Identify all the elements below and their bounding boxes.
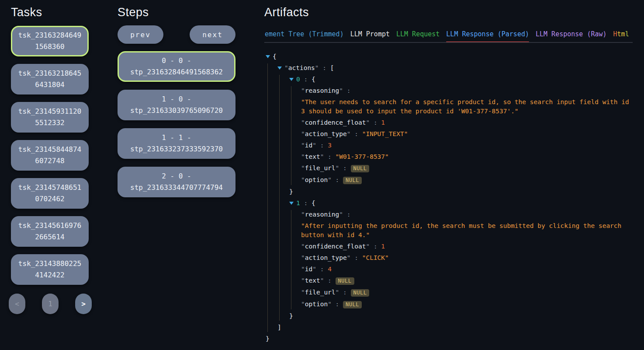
json-key-quote: ": [301, 153, 305, 160]
json-null-badge: NULL: [351, 289, 370, 297]
steps-next-button[interactable]: next: [190, 25, 235, 44]
json-key-quote: ": [301, 243, 305, 250]
tab-element-tree-trimmed[interactable]: Element Tree (Trimmed): [264, 30, 344, 42]
step-button[interactable]: 1 - 0 - stp_231633039765096720: [118, 90, 235, 120]
pagination-prev-button[interactable]: <: [9, 294, 25, 314]
json-key-quote: ": [366, 243, 370, 250]
json-key: "reasoning": [301, 211, 343, 218]
json-punctuation: }: [289, 188, 293, 195]
json-string-value: "W01-377-8537": [336, 153, 389, 160]
step-button[interactable]: 1 - 1 - stp_231633237333592370: [118, 128, 235, 159]
json-row: "id" : 3: [301, 141, 633, 150]
json-row: "text" : NULL: [301, 276, 633, 286]
json-key-quote: ": [339, 211, 343, 218]
task-button[interactable]: tsk_231459311205512332: [11, 102, 89, 133]
json-key: "file_url": [301, 289, 339, 296]
json-key-name: reasoning: [305, 211, 339, 218]
json-key-quote: ": [301, 254, 305, 261]
json-key-name: id: [305, 142, 312, 149]
task-button[interactable]: tsk_231632846491568360: [11, 26, 89, 56]
collapse-triangle-icon[interactable]: [266, 55, 270, 58]
json-key-quote: ": [347, 130, 351, 137]
json-key-quote: ": [366, 119, 370, 126]
json-colon: :: [343, 211, 354, 218]
artifacts-panel: Artifacts Element Tree (Trimmed)LLM Prom…: [264, 6, 633, 346]
json-row: "option" : NULL: [301, 300, 633, 309]
json-colon: :: [316, 142, 328, 149]
json-colon: :: [324, 153, 335, 160]
json-key-quote: ": [312, 142, 316, 149]
json-key-quote: ": [315, 64, 319, 71]
json-number-value: 4: [328, 266, 332, 273]
task-button[interactable]: tsk_231457486510702462: [11, 178, 89, 209]
pagination-next-button[interactable]: >: [75, 294, 92, 314]
tasks-pagination: < 1 >: [9, 294, 92, 314]
collapse-triangle-icon[interactable]: [289, 202, 294, 205]
json-row: "confidence_float" : 1: [301, 118, 633, 127]
json-colon: :: [332, 176, 343, 183]
step-button[interactable]: 2 - 0 - stp_231633344707774794: [118, 167, 235, 197]
json-key-quote: ": [347, 254, 351, 261]
tasks-list: tsk_231632846491568360tsk_23163218645643…: [11, 26, 89, 285]
json-colon: :: [316, 266, 328, 273]
json-punctuation: [: [330, 64, 334, 71]
json-key-quote: ": [301, 87, 305, 94]
json-key-quote: ": [301, 211, 305, 218]
json-row: "action_type" : "INPUT_TEXT": [301, 130, 633, 139]
json-row: "The user needs to search for a specific…: [301, 98, 633, 116]
json-key-name: text: [305, 277, 320, 284]
json-key-quote: ": [284, 64, 288, 71]
json-key-quote: ": [301, 301, 305, 308]
pagination-page-1-button[interactable]: 1: [42, 294, 59, 314]
json-key-name: action_type: [305, 254, 347, 261]
task-button[interactable]: tsk_231438802254142422: [11, 254, 89, 285]
json-null-badge: NULL: [343, 301, 362, 308]
json-key-name: option: [305, 176, 328, 183]
tab-llm-response-parsed[interactable]: LLM Response (Parsed): [446, 30, 529, 42]
json-key-name: file_url: [305, 289, 336, 296]
steps-prev-button[interactable]: prev: [118, 25, 163, 44]
json-colon: :: [351, 130, 362, 137]
json-key-name: file_url: [305, 164, 336, 172]
step-button[interactable]: 0 - 0 - stp_231632846491568362: [118, 51, 235, 82]
json-punctuation: }: [289, 312, 293, 319]
json-null-badge: NULL: [343, 177, 362, 184]
tab-label-segment: H: [613, 30, 617, 38]
json-key-quote: ": [328, 176, 332, 183]
json-key-quote: ": [301, 176, 305, 183]
tasks-title: Tasks: [11, 6, 89, 19]
json-key-quote: ": [312, 266, 316, 273]
steps-title: Steps: [118, 6, 235, 19]
task-button[interactable]: tsk_231458448746072748: [11, 140, 89, 171]
json-row: "After inputting the product id, the sea…: [301, 221, 633, 240]
collapse-triangle-icon[interactable]: [289, 78, 294, 81]
json-key: "action_type": [301, 130, 351, 137]
json-key: "text": [301, 277, 324, 284]
tab-llm-response-raw[interactable]: LLM Response (Raw): [536, 30, 607, 42]
json-key-quote: ": [336, 164, 339, 172]
json-key-name: actions: [288, 64, 315, 71]
json-key: "reasoning": [301, 87, 343, 94]
json-key-name: confidence_float: [305, 119, 366, 126]
tab-llm-prompt[interactable]: LLM Prompt: [350, 30, 390, 42]
tab-html-raw[interactable]: Html (Raw): [613, 30, 633, 42]
json-array-index: 0: [296, 76, 300, 83]
json-key: "file_url": [301, 164, 339, 172]
json-key: "id": [301, 142, 316, 149]
task-button[interactable]: tsk_231632186456431804: [11, 64, 89, 94]
json-row: 0 : {: [289, 75, 633, 84]
json-block: "reasoning" : "The user needs to search …: [291, 86, 633, 185]
task-button[interactable]: tsk_231456169762665614: [11, 216, 89, 247]
json-row: }: [266, 334, 633, 343]
json-colon: :: [351, 254, 362, 261]
collapse-triangle-icon[interactable]: [277, 66, 282, 70]
json-null-badge: NULL: [351, 165, 370, 172]
tab-label-segment: tm: [617, 30, 625, 38]
json-row: 1 : {: [289, 199, 633, 208]
json-punctuation: }: [266, 335, 270, 342]
json-row: ]: [277, 323, 633, 332]
json-key-quote: ": [328, 301, 332, 308]
json-key: "action_type": [301, 254, 351, 261]
json-colon: :: [370, 119, 381, 126]
tab-llm-request[interactable]: LLM Request: [396, 30, 440, 42]
